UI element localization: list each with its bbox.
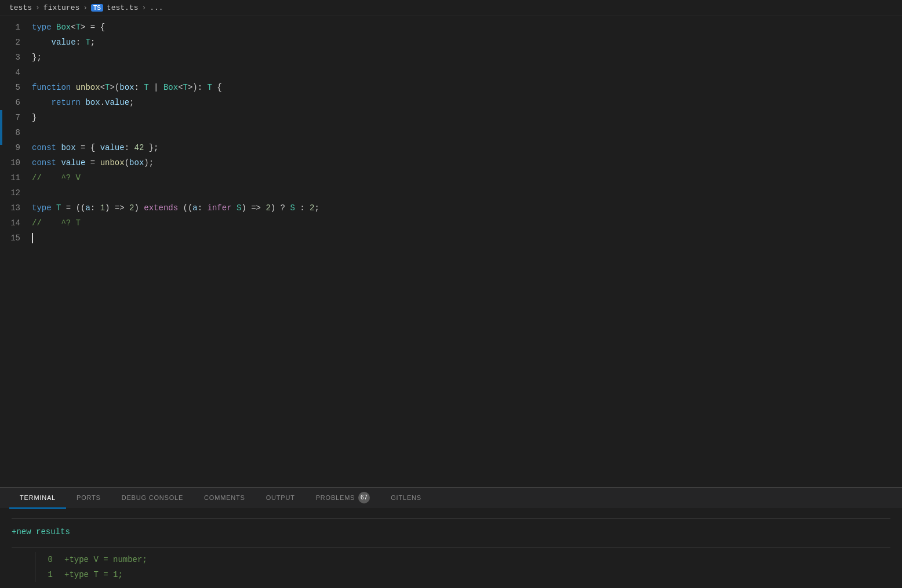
- terminal-divider-2: [12, 547, 890, 547]
- code-line: 6 return box.value;: [0, 95, 902, 110]
- code-line: 5 function unbox<T>(box: T | Box<T>): T …: [0, 80, 902, 95]
- breadcrumb: tests › fixtures › TS test.ts › ...: [0, 0, 902, 16]
- tab-debug-console[interactable]: DEBUG CONSOLE: [111, 488, 194, 509]
- new-results-label: +new results: [12, 524, 890, 540]
- code-line: 3 };: [0, 50, 902, 65]
- line-content: const value = unbox(box);: [32, 155, 902, 170]
- line-num: 13: [0, 200, 32, 216]
- breadcrumb-sep-3: ›: [141, 3, 146, 12]
- result-content-0: +type V = number;: [64, 552, 147, 567]
- code-line: 14 // ^? T: [0, 216, 902, 231]
- breadcrumb-fixtures[interactable]: fixtures: [43, 3, 79, 12]
- line-content: [32, 125, 902, 140]
- panel-tabs: TERMINAL PORTS DEBUG CONSOLE COMMENTS OU…: [0, 487, 902, 508]
- line-content: function unbox<T>(box: T | Box<T>): T {: [32, 80, 902, 95]
- line-num: 8: [0, 125, 32, 140]
- tab-output[interactable]: OUTPUT: [256, 488, 305, 509]
- line-content: // ^? V: [32, 170, 902, 185]
- tab-comments[interactable]: COMMENTS: [194, 488, 256, 509]
- tab-debug-console-label: DEBUG CONSOLE: [122, 494, 183, 501]
- line-content: return box.value;: [32, 95, 902, 110]
- terminal-divider: [12, 518, 890, 519]
- line-content: [32, 231, 902, 246]
- breadcrumb-sep-2: ›: [83, 3, 88, 12]
- line-content: [32, 65, 902, 80]
- tab-gitlens[interactable]: GITLENS: [380, 488, 432, 509]
- line-content: value: T;: [32, 35, 902, 50]
- tab-terminal-label: TERMINAL: [20, 494, 56, 501]
- line-content: [32, 185, 902, 200]
- code-line: 12: [0, 185, 902, 200]
- line-num: 7: [0, 110, 32, 125]
- code-line: 7 }: [0, 110, 902, 125]
- result-row: 0 +type V = number;: [35, 552, 890, 567]
- line-num: 11: [0, 170, 32, 185]
- terminal-content: +new results 0 +type V = number; 1 +type…: [0, 508, 902, 588]
- breadcrumb-ellipsis[interactable]: ...: [150, 3, 163, 12]
- line-content: // ^? T: [32, 216, 902, 231]
- tab-problems-label: PROBLEMS: [316, 494, 355, 501]
- breadcrumb-sep-1: ›: [35, 3, 40, 12]
- line-num: 1: [0, 20, 32, 35]
- line-content: type T = ((a: 1) => 2) extends ((a: infe…: [32, 200, 902, 216]
- tab-output-label: OUTPUT: [266, 494, 295, 501]
- breadcrumb-filename[interactable]: test.ts: [107, 3, 139, 12]
- code-line: 2 value: T;: [0, 35, 902, 50]
- code-line: 11 // ^? V: [0, 170, 902, 185]
- ts-badge: TS: [91, 4, 103, 12]
- result-table: 0 +type V = number; 1 +type T = 1;: [35, 552, 890, 582]
- editor-section: 1 type Box<T> = { 2 value: T; 3 }; 4: [0, 16, 902, 487]
- line-content: type Box<T> = {: [32, 20, 902, 35]
- panel-section: TERMINAL PORTS DEBUG CONSOLE COMMENTS OU…: [0, 487, 902, 588]
- result-row: 1 +type T = 1;: [35, 567, 890, 582]
- line-content: }: [32, 110, 902, 125]
- code-line: 13 type T = ((a: 1) => 2) extends ((a: i…: [0, 200, 902, 216]
- code-line: 8: [0, 125, 902, 140]
- line-num: 2: [0, 35, 32, 50]
- tab-problems[interactable]: PROBLEMS 67: [305, 488, 381, 509]
- line-num: 10: [0, 155, 32, 170]
- result-num-0: 0: [35, 552, 64, 567]
- code-line: 4: [0, 65, 902, 80]
- tab-terminal[interactable]: TERMINAL: [9, 488, 66, 509]
- left-accent-bar: [0, 110, 2, 145]
- code-line: 9 const box = { value: 42 };: [0, 140, 902, 155]
- code-editor[interactable]: 1 type Box<T> = { 2 value: T; 3 }; 4: [0, 16, 902, 249]
- main-layout: tests › fixtures › TS test.ts › ... 1 ty…: [0, 0, 902, 588]
- code-line: 10 const value = unbox(box);: [0, 155, 902, 170]
- line-num: 12: [0, 185, 32, 200]
- result-content-1: +type T = 1;: [64, 567, 123, 582]
- line-content: };: [32, 50, 902, 65]
- problems-badge: 67: [358, 492, 370, 503]
- line-num: 5: [0, 80, 32, 95]
- line-num: 9: [0, 140, 32, 155]
- line-num: 4: [0, 65, 32, 80]
- line-num: 15: [0, 231, 32, 246]
- tab-ports-label: PORTS: [77, 494, 101, 501]
- code-line: 1 type Box<T> = {: [0, 20, 902, 35]
- code-lines: 1 type Box<T> = { 2 value: T; 3 }; 4: [0, 16, 902, 249]
- code-line: 15: [0, 231, 902, 246]
- line-num: 3: [0, 50, 32, 65]
- line-num: 14: [0, 216, 32, 231]
- tab-ports[interactable]: PORTS: [66, 488, 111, 509]
- line-num: 6: [0, 95, 32, 110]
- result-num-1: 1: [35, 567, 64, 582]
- line-content: const box = { value: 42 };: [32, 140, 902, 155]
- tab-comments-label: COMMENTS: [204, 494, 245, 501]
- breadcrumb-tests[interactable]: tests: [9, 3, 32, 12]
- tab-gitlens-label: GITLENS: [391, 494, 421, 501]
